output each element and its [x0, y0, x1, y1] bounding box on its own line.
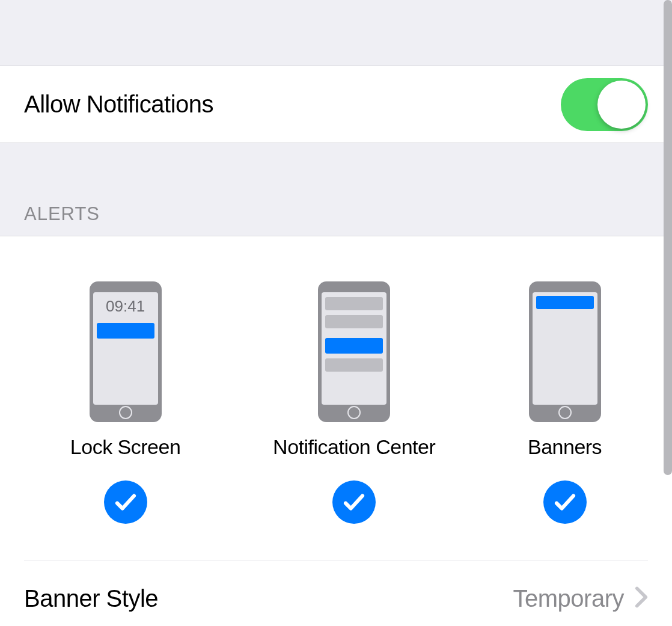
alert-option-banners[interactable]: Banners — [528, 281, 602, 524]
lock-screen-label: Lock Screen — [70, 435, 181, 459]
allow-notifications-label: Allow Notifications — [24, 91, 213, 118]
alert-options-container: 09:41 Lock Screen — [24, 236, 648, 560]
notif-bar-highlight — [325, 338, 383, 354]
notif-bar — [325, 315, 383, 328]
home-button-icon — [119, 406, 132, 419]
allow-notifications-toggle[interactable] — [561, 78, 648, 131]
alerts-panel: 09:41 Lock Screen — [0, 236, 672, 626]
checkmark-icon — [552, 489, 578, 515]
alert-option-notification-center[interactable]: Notification Center — [273, 281, 435, 524]
toggle-knob — [597, 81, 646, 129]
alerts-section-header: ALERTS — [0, 143, 672, 236]
chevron-right-icon — [635, 586, 648, 611]
alert-option-lock-screen[interactable]: 09:41 Lock Screen — [70, 281, 181, 524]
banners-checkmark[interactable] — [543, 480, 587, 524]
lock-screen-phone-icon: 09:41 — [90, 281, 162, 422]
home-button-icon — [347, 406, 361, 419]
banner-style-value-container: Temporary — [513, 585, 648, 612]
banner-style-row[interactable]: Banner Style Temporary — [0, 560, 672, 626]
notif-bar — [325, 358, 383, 372]
lock-screen-notification-bar — [97, 323, 154, 339]
checkmark-icon — [113, 489, 138, 515]
banners-label: Banners — [528, 435, 602, 459]
home-button-icon — [558, 406, 572, 419]
notification-center-checkmark[interactable] — [332, 480, 376, 524]
banner-bar — [536, 296, 594, 309]
checkmark-icon — [341, 489, 367, 515]
banners-phone-icon — [529, 281, 601, 422]
banner-style-value: Temporary — [513, 585, 624, 612]
allow-notifications-row: Allow Notifications — [0, 66, 672, 143]
scrollbar[interactable] — [664, 0, 672, 475]
notification-center-phone-icon — [318, 281, 390, 422]
banner-style-label: Banner Style — [24, 585, 158, 612]
notif-bar — [325, 297, 383, 310]
lock-screen-time: 09:41 — [97, 297, 154, 316]
notification-center-label: Notification Center — [273, 435, 435, 459]
lock-screen-checkmark[interactable] — [104, 480, 147, 524]
header-spacer — [0, 0, 672, 66]
